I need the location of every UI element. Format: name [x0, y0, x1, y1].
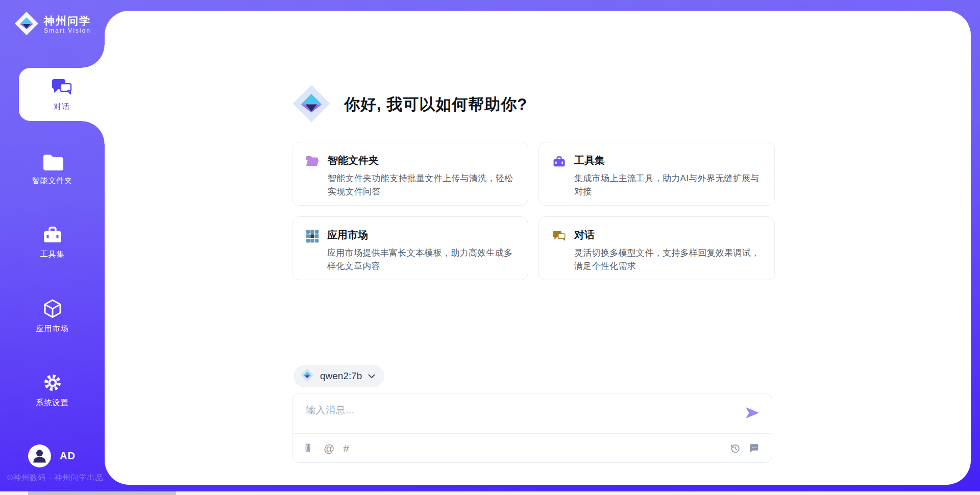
- card-title: 应用市场: [327, 228, 514, 242]
- user-name: AD: [60, 450, 76, 462]
- brand: 神州问学 Smart Vision: [14, 11, 91, 38]
- avatar: [28, 444, 51, 467]
- briefcase-icon: [42, 225, 63, 244]
- mention-button[interactable]: @: [324, 443, 334, 454]
- card-smart-folder[interactable]: 智能文件夹 智能文件夹功能支持批量文件上传与清洗，轻松实现文件问答: [292, 142, 528, 206]
- card-description: 智能文件夹功能支持批量文件上传与清洗，轻松实现文件问答: [328, 172, 514, 199]
- hash-icon: #: [343, 443, 349, 454]
- sidebar-item-label: 工具集: [40, 250, 65, 259]
- card-app-market[interactable]: 应用市场 应用市场提供丰富长文本模板，助力高效生成多样化文章内容: [292, 216, 528, 280]
- briefcase-icon: [552, 155, 566, 194]
- composer: @ #: [292, 393, 772, 463]
- sidebar-item-toolbox[interactable]: 工具集: [0, 221, 105, 263]
- sidebar-item-label: 对话: [54, 102, 70, 112]
- feedback-button[interactable]: [749, 443, 760, 454]
- card-toolbox[interactable]: 工具集 集成市场上主流工具，助力AI与外界无缝扩展与对接: [538, 142, 775, 206]
- main-panel: 你好, 我可以如何帮助你? 智能文件夹 智能文件夹功能支持批量文件上传与清洗，轻…: [105, 11, 971, 485]
- model-diamond-logo-icon: [301, 368, 314, 384]
- model-selector[interactable]: qwen2:7b: [293, 365, 384, 387]
- card-title: 工具集: [574, 154, 761, 167]
- brand-diamond-logo-icon: [14, 11, 39, 38]
- sidebar: 神州问学 Smart Vision 对话 智能文件夹: [0, 0, 105, 495]
- tab-fillet-top: [82, 45, 105, 68]
- greeting: 你好, 我可以如何帮助你?: [292, 83, 527, 126]
- chevron-down-icon: [368, 372, 375, 381]
- history-button[interactable]: [730, 443, 741, 454]
- user-icon: [28, 444, 51, 467]
- gear-icon: [42, 373, 63, 393]
- card-description: 应用市场提供丰富长文本模板，助力高效生成多样化文章内容: [327, 246, 514, 274]
- chat-icon: [552, 230, 566, 268]
- sidebar-item-app-market[interactable]: 应用市场: [0, 295, 105, 337]
- attach-button[interactable]: [305, 442, 315, 454]
- at-icon: @: [324, 443, 334, 454]
- composer-toolbar: @ #: [305, 434, 760, 462]
- greeting-title: 你好, 我可以如何帮助你?: [344, 94, 527, 115]
- horizontal-scrollbar-thumb[interactable]: [28, 491, 176, 495]
- folder-open-icon: [306, 155, 320, 194]
- brand-name: 神州问学: [44, 15, 91, 27]
- send-button[interactable]: [744, 405, 761, 421]
- feature-cards: 智能文件夹 智能文件夹功能支持批量文件上传与清洗，轻松实现文件问答 工具集 集成…: [292, 142, 775, 280]
- sidebar-item-chat[interactable]: 对话: [19, 68, 105, 121]
- cube-icon: [42, 299, 63, 319]
- horizontal-scrollbar-track[interactable]: [0, 491, 980, 495]
- card-chat[interactable]: 对话 灵活切换多模型文件，支持多样回复效果调试，满足个性化需求: [538, 216, 775, 280]
- card-title: 对话: [574, 228, 761, 242]
- folder-icon: [42, 153, 63, 171]
- model-name: qwen2:7b: [320, 370, 362, 382]
- message-icon: [749, 443, 760, 454]
- card-description: 集成市场上主流工具，助力AI与外界无缝扩展与对接: [574, 172, 761, 199]
- app-grid-icon: [306, 230, 319, 268]
- user-profile[interactable]: AD: [28, 444, 76, 467]
- brand-subtitle: Smart Vision: [44, 27, 91, 34]
- sidebar-item-smart-folder[interactable]: 智能文件夹: [0, 148, 105, 190]
- send-icon: [745, 406, 760, 419]
- history-icon: [730, 443, 741, 454]
- copyright: ©神州数码 · 神州问学出品: [7, 473, 103, 483]
- hashtag-button[interactable]: #: [343, 443, 349, 454]
- paperclip-icon: [305, 442, 315, 454]
- sidebar-item-settings[interactable]: 系统设置: [0, 369, 105, 411]
- sidebar-item-label: 智能文件夹: [32, 176, 73, 186]
- sidebar-item-label: 系统设置: [36, 398, 69, 408]
- sidebar-item-label: 应用市场: [36, 324, 69, 334]
- greeting-diamond-logo-icon: [292, 83, 331, 126]
- message-input[interactable]: [292, 393, 731, 432]
- card-description: 灵活切换多模型文件，支持多样回复效果调试，满足个性化需求: [574, 246, 761, 274]
- card-title: 智能文件夹: [328, 154, 514, 167]
- chat-icon: [51, 77, 72, 97]
- tab-fillet-bottom: [82, 121, 105, 144]
